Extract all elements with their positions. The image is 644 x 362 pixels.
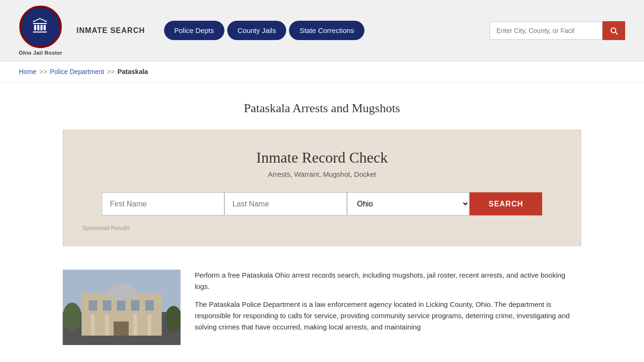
header-search-input[interactable]	[489, 22, 603, 40]
breadcrumb-police-dept[interactable]: Police Department	[50, 68, 104, 75]
content-section: Perform a free Pataskala Ohio arrest rec…	[63, 260, 581, 354]
last-name-input[interactable]	[224, 192, 347, 215]
record-check-box: Inmate Record Check Arrests, Warrant, Mu…	[63, 130, 581, 246]
building-image	[63, 270, 181, 345]
breadcrumb-home[interactable]: Home	[19, 68, 36, 75]
content-paragraph-2: The Pataskala Police Department is a law…	[195, 299, 581, 333]
svg-rect-8	[114, 321, 129, 336]
inmate-search-button[interactable]: SEARCH	[470, 192, 542, 215]
header: 🏛 Ohio Jail Roster INMATE SEARCH Police …	[0, 0, 644, 61]
svg-rect-13	[133, 314, 137, 336]
record-check-subtitle: Arrests, Warrant, Mugshot, Docket	[77, 170, 567, 178]
svg-rect-6	[131, 300, 140, 311]
svg-rect-7	[145, 300, 154, 311]
first-name-input[interactable]	[102, 192, 224, 215]
state-select[interactable]: AlabamaAlaskaArizonaArkansasCaliforniaCo…	[347, 192, 470, 215]
svg-rect-3	[89, 300, 97, 311]
svg-rect-14	[148, 314, 151, 336]
main-content: Pataskala Arrests and Mugshots Inmate Re…	[0, 82, 644, 362]
main-nav: Police Depts County Jails State Correcti…	[164, 21, 365, 40]
breadcrumb-sep1: >>	[39, 68, 47, 75]
breadcrumb-sep2: >>	[107, 68, 115, 75]
record-check-title: Inmate Record Check	[77, 149, 567, 166]
svg-rect-12	[105, 314, 109, 336]
breadcrumb-bar: Home >> Police Department >> Pataskala	[0, 61, 644, 82]
svg-point-15	[63, 303, 82, 331]
logo-link[interactable]: 🏛 Ohio Jail Roster	[19, 6, 62, 56]
content-image	[63, 270, 181, 345]
page-title: Pataskala Arrests and Mugshots	[19, 92, 625, 130]
inmate-search-label: INMATE SEARCH	[76, 26, 145, 35]
svg-rect-4	[103, 300, 111, 311]
inmate-search-form: AlabamaAlaskaArizonaArkansasCaliforniaCo…	[77, 192, 567, 215]
nav-county-jails[interactable]: County Jails	[227, 21, 287, 40]
nav-state-corrections[interactable]: State Corrections	[289, 21, 364, 40]
nav-police-depts[interactable]: Police Depts	[164, 21, 224, 40]
svg-rect-5	[117, 300, 125, 311]
logo-text: Ohio Jail Roster	[19, 50, 62, 56]
logo-building-icon: 🏛	[32, 18, 49, 35]
breadcrumb-current: Pataskala	[117, 68, 148, 75]
svg-rect-11	[91, 314, 95, 336]
breadcrumb: Home >> Police Department >> Pataskala	[19, 68, 625, 75]
content-paragraph-1: Perform a free Pataskala Ohio arrest rec…	[195, 270, 581, 292]
content-text: Perform a free Pataskala Ohio arrest rec…	[195, 270, 581, 345]
sponsored-label: Sponsored Results	[77, 225, 567, 231]
header-search-area	[489, 21, 625, 40]
header-search-button[interactable]	[603, 21, 625, 40]
logo-circle: 🏛	[19, 6, 62, 48]
search-icon	[609, 26, 619, 35]
svg-rect-10	[115, 291, 129, 296]
